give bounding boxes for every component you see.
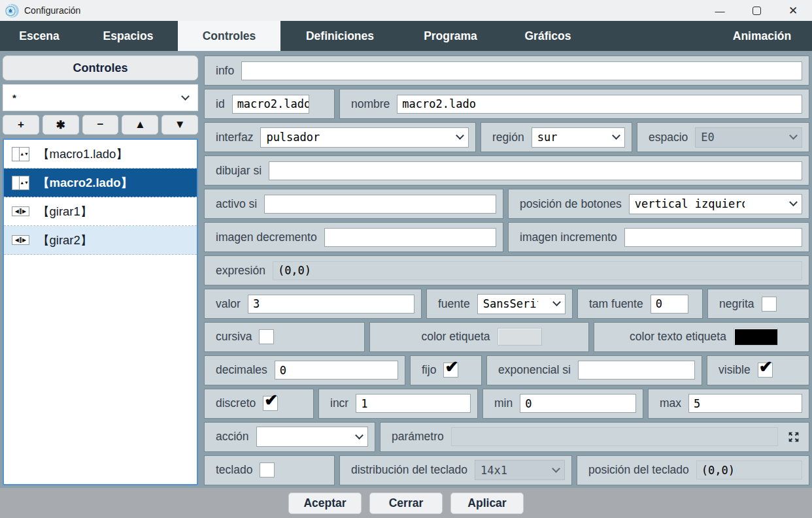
interfaz-select[interactable]: pulsador	[260, 127, 469, 148]
tab-controles[interactable]: Controles	[178, 21, 280, 51]
espacio-label: espacio	[649, 131, 688, 144]
dibujar-si-input[interactable]	[269, 161, 802, 180]
chevron-down-icon	[355, 431, 364, 440]
list-item-girar2[interactable]: ◀▶ 【girar2】	[4, 226, 197, 255]
tam-fuente-input[interactable]: 0	[651, 295, 688, 314]
move-down-button[interactable]: ▼	[161, 115, 198, 135]
list-item-macro1[interactable]: ▲▼ 【macro1.lado】	[4, 140, 197, 169]
tab-escena[interactable]: Escena	[0, 21, 78, 51]
expand-icon	[787, 430, 801, 444]
color-texto-etiqueta-label: color texto etiqueta	[630, 330, 726, 344]
imagen-decremento-label: imagen decremento	[216, 231, 317, 244]
espacio-select[interactable]: E0	[695, 127, 802, 148]
maximize-icon	[753, 7, 761, 15]
accept-button[interactable]: Aceptar	[288, 493, 362, 514]
dialog-footer: Aceptar Cerrar Aplicar	[0, 488, 812, 518]
fijo-label: fijo	[422, 363, 436, 377]
list-item-label: 【girar1】	[37, 203, 92, 219]
close-dialog-button[interactable]: Cerrar	[369, 493, 443, 514]
remove-control-button[interactable]: −	[82, 115, 119, 135]
visible-checkbox[interactable]	[758, 363, 773, 378]
tab-animacion[interactable]: Animación	[724, 21, 812, 51]
exponencial-si-input[interactable]	[578, 361, 695, 380]
chevron-down-icon	[789, 198, 798, 206]
list-item-label: 【girar2】	[37, 232, 92, 248]
chevron-down-icon	[456, 131, 464, 140]
duplicate-control-button[interactable]: ✱	[42, 115, 79, 135]
expand-editor-button[interactable]	[785, 429, 802, 445]
tam-fuente-label: tam fuente	[589, 297, 643, 311]
minimize-button[interactable]: —	[714, 5, 726, 16]
control-config-form: info id macro2.lado nombre macro2.lado i…	[204, 56, 809, 485]
imagen-incremento-input[interactable]	[624, 228, 802, 247]
dibujar-si-label: dibujar si	[216, 164, 262, 178]
spinner-control-icon: ▲▼	[12, 176, 29, 190]
negrita-checkbox[interactable]	[762, 297, 777, 312]
controls-filter-value: *	[12, 92, 16, 103]
tab-definiciones[interactable]: Definiciones	[280, 21, 399, 51]
chevron-down-icon	[181, 92, 190, 101]
min-label: min	[494, 397, 513, 410]
color-texto-etiqueta-swatch[interactable]	[734, 328, 778, 346]
max-label: max	[660, 397, 681, 410]
apply-button[interactable]: Aplicar	[450, 493, 524, 514]
slider-control-icon: ◀▶	[12, 206, 29, 216]
teclado-checkbox[interactable]	[260, 462, 275, 478]
title-bar: Configuración — ✕	[0, 0, 812, 21]
nombre-input[interactable]: macro2.lado	[397, 95, 802, 114]
close-button[interactable]: ✕	[787, 5, 799, 16]
controls-panel: Controles * + ✱ − ▲ ▼ ▲▼ 【macro1.lado】 ▲…	[3, 56, 198, 485]
id-input[interactable]: macro2.lado	[232, 95, 309, 114]
maximize-button[interactable]	[751, 5, 762, 16]
chevron-down-icon	[612, 131, 620, 140]
region-select[interactable]: sur	[532, 127, 625, 148]
discreto-label: discreto	[216, 397, 256, 410]
add-control-button[interactable]: +	[3, 115, 39, 135]
imagen-incremento-label: imagen incremento	[520, 231, 617, 244]
tab-espacios[interactable]: Espacios	[78, 21, 178, 51]
teclado-label: teclado	[216, 463, 252, 477]
activo-si-input[interactable]	[264, 195, 496, 214]
valor-input[interactable]: 3	[248, 295, 414, 314]
cursiva-checkbox[interactable]	[259, 329, 274, 344]
id-label: id	[216, 97, 225, 111]
max-input[interactable]: 5	[688, 394, 802, 413]
fuente-select[interactable]: SansSerif	[477, 294, 566, 314]
parametro-label: parámetro	[392, 430, 444, 444]
tab-programa[interactable]: Programa	[399, 21, 501, 51]
interfaz-label: interfaz	[216, 131, 253, 144]
region-label: región	[492, 131, 524, 144]
incr-input[interactable]: 1	[356, 394, 471, 413]
info-input[interactable]	[241, 61, 802, 80]
list-item-macro2[interactable]: ▲▼ 【macro2.lado】	[4, 169, 197, 197]
chevron-down-icon	[789, 131, 798, 140]
activo-si-label: activo si	[216, 197, 257, 211]
posicion-teclado-label: posición del teclado	[588, 463, 689, 477]
info-label: info	[216, 64, 234, 78]
window-title: Configuración	[24, 5, 80, 16]
nombre-label: nombre	[351, 97, 390, 111]
accion-select[interactable]	[256, 427, 368, 447]
valor-label: valor	[216, 297, 241, 311]
accion-label: acción	[216, 430, 249, 444]
list-item-girar1[interactable]: ◀▶ 【girar1】	[4, 197, 197, 226]
controls-list: ▲▼ 【macro1.lado】 ▲▼ 【macro2.lado】 ◀▶ 【gi…	[3, 138, 198, 485]
discreto-checkbox[interactable]	[263, 396, 278, 411]
visible-label: visible	[719, 363, 751, 377]
chevron-down-icon	[552, 298, 561, 306]
spinner-control-icon: ▲▼	[12, 147, 29, 161]
controls-filter-select[interactable]: *	[3, 84, 198, 111]
cursiva-label: cursiva	[216, 330, 252, 344]
negrita-label: negrita	[719, 297, 754, 311]
decimales-input[interactable]: 0	[275, 361, 398, 380]
distribucion-teclado-select[interactable]: 14x1	[475, 460, 565, 480]
move-up-button[interactable]: ▲	[122, 115, 158, 135]
chevron-down-icon	[552, 464, 560, 473]
tab-graficos[interactable]: Gráficos	[501, 21, 594, 51]
fuente-label: fuente	[438, 297, 470, 311]
posicion-botones-select[interactable]: vertical izquierda	[629, 194, 802, 214]
min-input[interactable]: 0	[520, 394, 636, 413]
imagen-decremento-input[interactable]	[324, 228, 496, 247]
fijo-checkbox[interactable]	[443, 363, 458, 378]
color-etiqueta-swatch[interactable]	[498, 328, 542, 346]
